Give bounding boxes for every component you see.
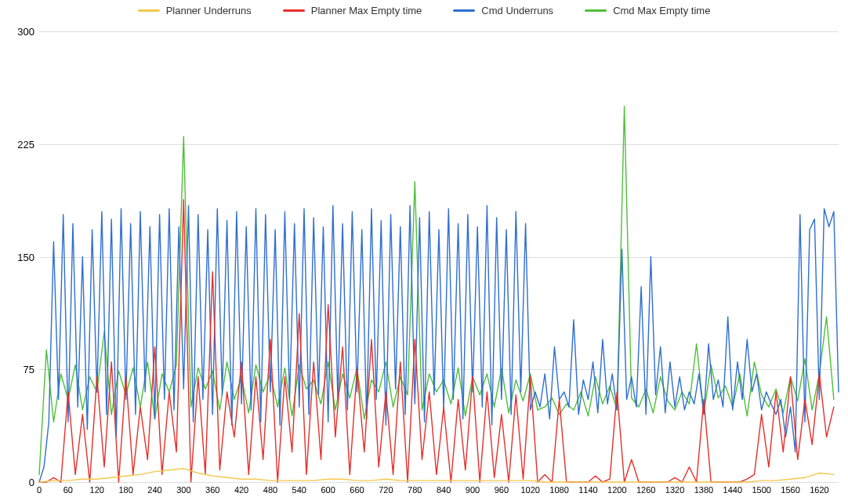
x-tick-label: 600 xyxy=(321,485,335,495)
x-tick-label: 840 xyxy=(437,485,451,495)
legend-label: Planner Underruns xyxy=(166,5,252,16)
series-line xyxy=(39,205,839,482)
x-tick-label: 120 xyxy=(90,485,104,495)
x-tick-label: 0 xyxy=(37,485,42,495)
legend-label: Cmd Underruns xyxy=(481,5,553,16)
x-tick-label: 360 xyxy=(205,485,219,495)
x-tick-label: 1080 xyxy=(549,485,568,495)
x-tick-label: 780 xyxy=(408,485,422,495)
legend-item-planner-max-empty: Planner Max Empty time xyxy=(283,5,422,16)
legend-item-cmd-underruns: Cmd Underruns xyxy=(453,5,553,16)
x-tick-label: 1260 xyxy=(636,485,655,495)
x-tick-label: 300 xyxy=(176,485,190,495)
legend-label: Planner Max Empty time xyxy=(311,5,422,16)
x-axis: 0601201802403003604204805406006607207808… xyxy=(39,485,839,499)
legend-item-planner-underruns: Planner Underruns xyxy=(138,5,252,16)
legend-swatch xyxy=(585,9,607,12)
legend-item-cmd-max-empty: Cmd Max Empty time xyxy=(585,5,710,16)
legend-label: Cmd Max Empty time xyxy=(613,5,710,16)
x-tick-label: 1500 xyxy=(752,485,770,495)
x-tick-label: 60 xyxy=(63,485,73,495)
legend-swatch xyxy=(453,9,475,12)
x-tick-label: 420 xyxy=(234,485,248,495)
chart-container: Planner Underruns Planner Max Empty time… xyxy=(0,0,848,504)
y-tick-label: 225 xyxy=(0,138,34,150)
x-tick-label: 1440 xyxy=(723,485,742,495)
x-tick-label: 180 xyxy=(118,485,132,495)
x-tick-label: 1140 xyxy=(578,485,597,495)
y-tick-label: 300 xyxy=(0,26,34,38)
legend-swatch xyxy=(138,9,160,12)
x-tick-label: 1620 xyxy=(810,485,828,495)
x-tick-label: 720 xyxy=(379,485,393,495)
y-tick-label: 150 xyxy=(0,251,34,263)
x-tick-label: 960 xyxy=(495,485,509,495)
x-tick-label: 900 xyxy=(466,485,480,495)
x-tick-label: 1200 xyxy=(607,485,626,495)
plot-area xyxy=(39,31,839,482)
x-tick-label: 1020 xyxy=(520,485,539,495)
legend-swatch xyxy=(283,9,305,12)
x-tick-label: 240 xyxy=(147,485,161,495)
x-tick-label: 1380 xyxy=(694,485,713,495)
x-tick-label: 480 xyxy=(263,485,277,495)
line-chart-svg xyxy=(39,31,839,482)
y-tick-label: 0 xyxy=(0,477,34,488)
x-tick-label: 1320 xyxy=(665,485,684,495)
x-tick-label: 660 xyxy=(350,485,364,495)
x-tick-label: 540 xyxy=(292,485,306,495)
legend: Planner Underruns Planner Max Empty time… xyxy=(0,0,848,20)
y-tick-label: 75 xyxy=(0,364,34,375)
x-tick-label: 1560 xyxy=(781,485,799,495)
